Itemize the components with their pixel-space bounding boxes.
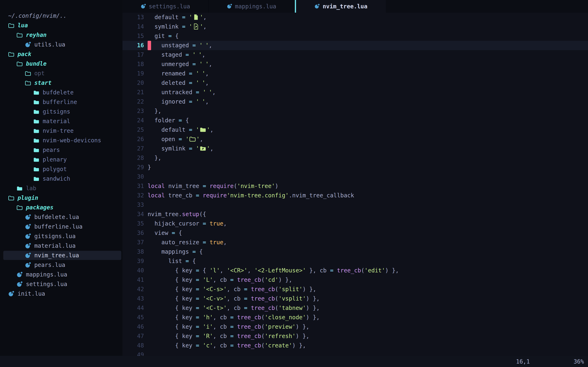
code-line[interactable]: 15 git = { — [122, 31, 588, 41]
code-line[interactable]: 45 { key = 'h', cb = tree_cb('close_node… — [122, 313, 588, 322]
code-line[interactable]: 39 list = { — [122, 257, 588, 266]
tree-item-plenary[interactable]: plenary — [0, 155, 122, 164]
code-text: }, — [144, 106, 161, 116]
code-line[interactable]: 35 hijack_cursor = true, — [122, 219, 588, 228]
code-line[interactable]: 26 open = '', — [122, 134, 588, 144]
line-number: 49 — [122, 350, 144, 356]
code-line[interactable]: 46 { key = 'i', cb = tree_cb('preview') … — [122, 322, 588, 332]
code-line[interactable]: 42 { key = '<C-s>', cb = tree_cb('split'… — [122, 285, 588, 294]
code-line[interactable]: 33 — [122, 200, 588, 210]
tree-item-bundle[interactable]: bundle — [0, 59, 122, 68]
tree-item-label: utils.lua — [34, 41, 65, 48]
tree-item-bufferline-lua[interactable]: bufferline.lua — [0, 222, 122, 231]
code-line[interactable]: 20 deleted = '', — [122, 78, 588, 88]
folder-symlink-glyph-icon — [200, 145, 206, 151]
tree-item-settings-lua[interactable]: settings.lua — [0, 279, 122, 289]
tab-nvim-tree-lua[interactable]: nvim_tree.lua — [296, 0, 386, 13]
code-line[interactable]: 18 unmerged = '', — [122, 59, 588, 69]
code-text: { key = 'R', cb = tree_cb('refresh') }, — [144, 332, 309, 341]
tab-settings-lua[interactable]: settings.lua — [122, 0, 209, 13]
tree-item-gitsigns[interactable]: gitsigns — [0, 107, 122, 117]
code-line[interactable]: 25 default = '', — [122, 125, 588, 134]
tree-item-utils-lua[interactable]: utils.lua — [0, 40, 122, 49]
code-line[interactable]: 21 untracked = '', — [122, 88, 588, 97]
tree-item-init-lua[interactable]: init.lua — [0, 289, 122, 299]
code-line[interactable]: 43 { key = '<C-v>', cb = tree_cb('vsplit… — [122, 294, 588, 303]
tree-item-nvim-web-devicons[interactable]: nvim-web-devicons — [0, 136, 122, 145]
code-line[interactable]: 36 view = { — [122, 228, 588, 238]
code-line[interactable]: 14 symlink = '', — [122, 22, 588, 31]
code-line[interactable]: 28 }, — [122, 153, 588, 163]
code-line[interactable]: 17 staged = '', — [122, 50, 588, 59]
code-line[interactable]: 34nvim_tree.setup({ — [122, 210, 588, 219]
folder-icon — [33, 118, 39, 124]
code-line[interactable]: 48 { key = 'c', cb = tree_cb('create') }… — [122, 341, 588, 350]
code-line[interactable]: 13 default = '', — [122, 13, 588, 22]
tree-item-pack[interactable]: pack — [0, 49, 122, 59]
code-line[interactable]: 30 — [122, 172, 588, 182]
code-text: { key = 'c', cb = tree_cb('create') }, — [144, 341, 306, 350]
tree-item-label: sandwich — [43, 175, 70, 182]
code-line[interactable]: 27 symlink = '', — [122, 144, 588, 153]
tree-item-material-lua[interactable]: material.lua — [0, 241, 122, 250]
tree-item-config-nvim[interactable]: ~/.config/nvim/.. — [0, 11, 122, 21]
tree-item-bufferline[interactable]: bufferline — [0, 97, 122, 107]
tree-item-bufdelete[interactable]: bufdelete — [0, 88, 122, 97]
tree-item-lua[interactable]: lua — [0, 21, 122, 30]
code-line[interactable]: 22 ignored = '', — [122, 97, 588, 106]
tree-item-gitsigns-lua[interactable]: gitsigns.lua — [0, 231, 122, 241]
tree-item-reyhan[interactable]: reyhan — [0, 30, 122, 40]
code-line[interactable]: 31local nvim_tree = require('nvim-tree') — [122, 182, 588, 191]
code-line[interactable]: 32local tree_cb = require'nvim-tree.conf… — [122, 191, 588, 200]
line-number: 13 — [122, 13, 144, 22]
tab-mappings-lua[interactable]: mappings.lua — [209, 0, 295, 13]
tab-label: mappings.lua — [235, 3, 276, 10]
line-number: 47 — [122, 332, 144, 341]
tree-item-mappings-lua[interactable]: mappings.lua — [0, 270, 122, 279]
code-line[interactable]: 37 auto_resize = true, — [122, 238, 588, 247]
tree-item-pears[interactable]: pears — [0, 145, 122, 155]
code-line[interactable]: 44 { key = '<C-t>', cb = tree_cb('tabnew… — [122, 303, 588, 313]
code-text: staged = '', — [144, 50, 205, 59]
folder-open-icon — [17, 205, 23, 211]
line-number: 29 — [122, 163, 144, 172]
code-line[interactable]: 19 renamed = '', — [122, 69, 588, 78]
tree-item-label: pears.lua — [34, 262, 65, 268]
tree-item-label: nvim_tree.lua — [34, 252, 79, 259]
code-text: local nvim_tree = require('nvim-tree') — [144, 182, 278, 191]
tree-item-nvim-tree[interactable]: nvim-tree — [0, 126, 122, 136]
tree-item-label: packages — [26, 204, 53, 211]
code-line[interactable]: 41 { key = 'L', cb = tree_cb('cd') }, — [122, 275, 588, 285]
tree-item-label: nvim-web-devicons — [43, 137, 101, 144]
tree-item-polygot[interactable]: polygot — [0, 164, 122, 174]
code-editor[interactable]: 13 default = '',14 symlink = '',15 git =… — [122, 13, 588, 356]
tree-item-pears-lua[interactable]: pears.lua — [0, 260, 122, 270]
tree-item-label: pears — [43, 147, 60, 153]
tree-item-start[interactable]: start — [0, 78, 122, 88]
code-line[interactable]: 29} — [122, 163, 588, 172]
line-number: 21 — [122, 88, 144, 97]
tree-item-label: mappings.lua — [26, 271, 67, 278]
code-line[interactable]: 49 — [122, 350, 588, 356]
code-text: list = { — [144, 257, 196, 266]
tab-label: settings.lua — [149, 3, 190, 10]
tree-item-material[interactable]: material — [0, 117, 122, 126]
code-text: symlink = '', — [144, 144, 214, 153]
tree-item-sandwich[interactable]: sandwich — [0, 174, 122, 184]
tree-item-packages[interactable]: packages — [0, 203, 122, 212]
code-line[interactable]: 16 unstaged = '', — [122, 41, 588, 50]
lua-file-icon — [25, 233, 31, 239]
folder-open-glyph-icon — [189, 136, 196, 142]
tree-item-plugin[interactable]: plugin — [0, 193, 122, 203]
tree-item-lab[interactable]: lab — [0, 184, 122, 193]
code-line[interactable]: 47 { key = 'R', cb = tree_cb('refresh') … — [122, 332, 588, 341]
code-line[interactable]: 23 }, — [122, 106, 588, 116]
code-line[interactable]: 38 mappings = { — [122, 247, 588, 257]
tree-item-bufdelete-lua[interactable]: bufdelete.lua — [0, 212, 122, 222]
code-line[interactable]: 40 { key = { 'l', '<CR>', '<2-LeftMouse>… — [122, 266, 588, 275]
code-line[interactable]: 24 folder = { — [122, 116, 588, 125]
tree-item-nvim-tree-lua[interactable]: nvim_tree.lua — [0, 250, 122, 260]
tree-item-opt[interactable]: opt — [0, 68, 122, 78]
status-bar: 16,1 36% — [0, 356, 588, 367]
code-rows: 13 default = '',14 symlink = '',15 git =… — [122, 13, 588, 356]
